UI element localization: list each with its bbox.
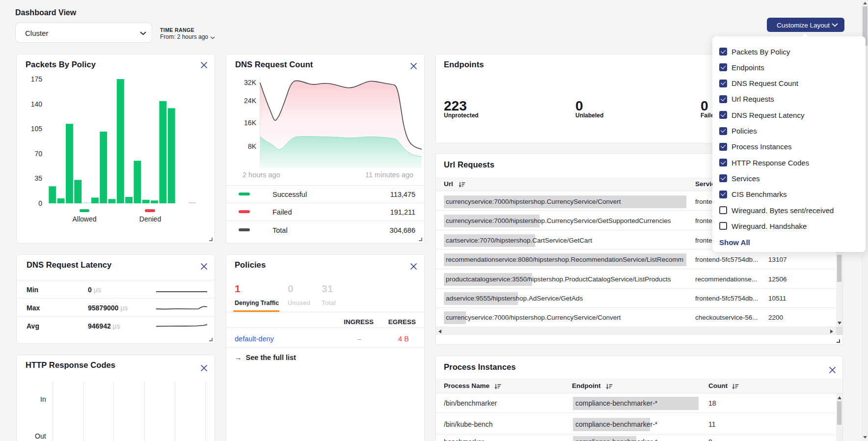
svg-text:175: 175 (31, 75, 43, 83)
svg-text:11 minutes ago: 11 minutes ago (365, 171, 413, 179)
svg-text:140: 140 (31, 100, 43, 108)
svg-text:35: 35 (34, 174, 42, 182)
svg-text:8K: 8K (248, 142, 257, 150)
svg-text:0: 0 (38, 199, 42, 207)
svg-text:24K: 24K (244, 97, 257, 105)
svg-text:105: 105 (31, 125, 43, 133)
svg-text:70: 70 (34, 150, 42, 158)
svg-text:16K: 16K (244, 119, 257, 127)
svg-text:2 hours ago: 2 hours ago (243, 171, 280, 179)
svg-text:32K: 32K (244, 79, 257, 86)
